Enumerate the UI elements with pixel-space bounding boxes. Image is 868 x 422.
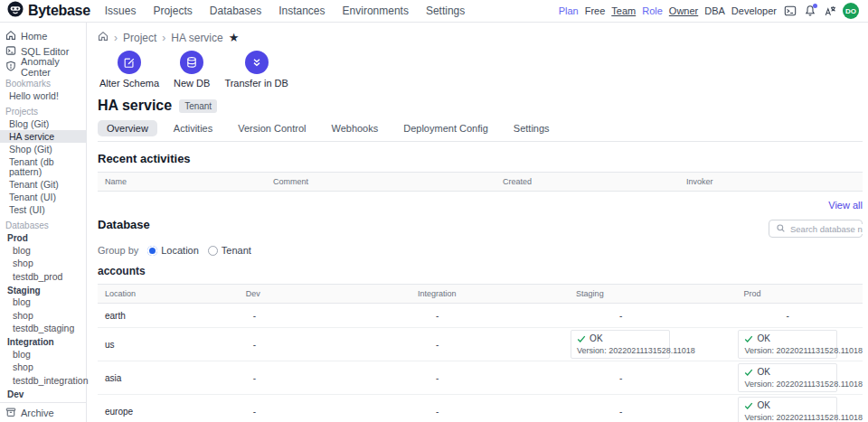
nav-instances[interactable]: Instances <box>278 5 325 17</box>
project-item-tenant-ui[interactable]: Tenant (UI) <box>0 191 86 203</box>
terminal-icon <box>5 45 16 58</box>
user-avatar[interactable]: DO <box>843 3 859 19</box>
tab-deployment-config[interactable]: Deployment Config <box>394 120 497 136</box>
db-status-card[interactable]: OK Version: 20220211131528.11018 <box>738 330 837 359</box>
column-header-integration: Integration <box>410 285 569 303</box>
bookmark-item-hello-world[interactable]: Hello world! <box>0 89 86 102</box>
sidebar-item-home[interactable]: Home <box>0 28 86 43</box>
db-status-card[interactable]: OK Version: 20220211131528.11018 <box>571 330 670 359</box>
group-by-tenant-radio[interactable]: Tenant <box>208 245 251 256</box>
column-header-invoker: Invoker <box>679 173 863 192</box>
tab-overview[interactable]: Overview <box>98 120 157 136</box>
tab-version-control[interactable]: Version Control <box>229 120 315 136</box>
db-item[interactable]: testdb_staging <box>0 323 86 336</box>
role-option-dba[interactable]: DBA <box>704 5 725 16</box>
plan-option-free[interactable]: Free <box>585 5 606 16</box>
db-item[interactable]: testdb_prod <box>0 270 86 284</box>
language-translate-icon[interactable] <box>823 5 836 18</box>
accounts-table: Location Dev Integration Staging Prod ea… <box>98 284 863 422</box>
alter-schema-button[interactable]: Alter Schema <box>99 51 159 89</box>
notification-dot <box>813 4 817 8</box>
sidebar-item-label: Home <box>21 31 47 42</box>
transfer-in-db-button[interactable]: Transfer in DB <box>224 51 288 89</box>
recent-activities-table: Name Comment Created Invoker <box>98 172 863 192</box>
table-row-asia: asia - - - OK Version: 20220211131528.11… <box>98 361 863 395</box>
nav-environments[interactable]: Environments <box>343 5 409 17</box>
archive-label: Archive <box>21 408 54 418</box>
notification-bell-icon[interactable] <box>803 5 816 18</box>
radio-label: Location <box>161 245 199 256</box>
breadcrumb-home-icon[interactable] <box>98 31 108 44</box>
top-bar-right: Plan Free Team Role Owner DBA Developer … <box>559 3 859 19</box>
project-item-blog-git[interactable]: Blog (Git) <box>0 117 86 130</box>
db-item[interactable]: shop <box>0 361 86 375</box>
breadcrumb-separator: › <box>114 32 118 44</box>
project-item-shop-git[interactable]: Shop (Git) <box>0 143 86 155</box>
project-item-tenant-git[interactable]: Tenant (Git) <box>0 178 86 191</box>
sidebar-item-anomaly-center[interactable]: Anomaly Center <box>0 59 86 74</box>
nav-issues[interactable]: Issues <box>105 5 137 17</box>
cell-dev: - <box>239 307 410 324</box>
row-label: europe <box>98 403 239 420</box>
version-text: Version: 20220211131528.11018 <box>744 346 831 355</box>
brand-name: Bytebase <box>28 3 90 19</box>
console-icon[interactable] <box>783 5 797 18</box>
page-title: HA service <box>98 98 172 114</box>
sidebar-item-archive[interactable]: Archive <box>0 402 86 422</box>
db-item[interactable]: shop <box>0 309 86 323</box>
search-input[interactable] <box>790 224 863 234</box>
edit-pencil-icon <box>118 51 141 74</box>
db-status-card[interactable]: OK Version: 20220211131528.11018 <box>738 397 837 422</box>
column-header-prod: Prod <box>736 285 863 303</box>
db-status-card[interactable]: OK Version: 20220211131528.11018 <box>738 363 837 392</box>
accounts-table-header: Location Dev Integration Staging Prod <box>98 284 863 304</box>
project-item-ha-service[interactable]: HA service <box>0 130 86 143</box>
tab-activities[interactable]: Activities <box>165 120 222 136</box>
home-icon <box>5 30 16 42</box>
nav-projects[interactable]: Projects <box>153 5 192 17</box>
role-option-owner[interactable]: Owner <box>669 5 698 16</box>
recent-activities-heading: Recent activities <box>98 152 863 165</box>
view-all-link[interactable]: View all <box>828 200 863 211</box>
tab-webhooks[interactable]: Webhooks <box>322 120 387 136</box>
tab-bar: Overview Activities Version Control Webh… <box>98 120 863 142</box>
db-item[interactable]: blog <box>0 296 86 310</box>
database-search[interactable] <box>769 220 863 238</box>
sidebar-section-databases: Databases <box>0 216 86 231</box>
project-item-test-ui[interactable]: Test (UI) <box>0 203 86 216</box>
cell-integration: - <box>410 403 569 420</box>
db-item[interactable]: shop <box>0 258 86 271</box>
project-item-tenant-db-pattern[interactable]: Tenant (db pattern) <box>0 155 86 178</box>
action-label: New DB <box>174 78 210 89</box>
tab-settings[interactable]: Settings <box>505 120 559 136</box>
nav-settings[interactable]: Settings <box>426 5 465 17</box>
role-option-developer[interactable]: Developer <box>731 5 777 16</box>
breadcrumb-project[interactable]: Project <box>123 32 156 44</box>
breadcrumb-ha-service[interactable]: HA service <box>171 32 222 44</box>
group-by-location-radio[interactable]: Location <box>147 245 199 256</box>
new-db-button[interactable]: New DB <box>174 51 210 89</box>
db-item[interactable]: blog <box>0 348 86 361</box>
cell-dev: - <box>239 403 410 420</box>
cell-integration: - <box>410 336 569 353</box>
column-header-location: Location <box>98 285 239 303</box>
double-chevron-down-icon <box>245 51 269 74</box>
nav-databases[interactable]: Databases <box>210 5 261 17</box>
group-by-controls: Group by Location Tenant <box>98 245 863 256</box>
plan-option-team[interactable]: Team <box>611 5 636 16</box>
favorite-star-icon[interactable]: ★ <box>229 33 240 42</box>
brand[interactable]: Bytebase <box>7 1 90 21</box>
sidebar-section-projects: Projects <box>0 102 86 117</box>
env-group-staging: Staging <box>0 284 86 296</box>
table-row-us: us - - OK Version: 20220211131528.11018 … <box>98 328 863 361</box>
db-item[interactable]: blog <box>0 244 86 258</box>
cell-staging: - <box>569 307 736 324</box>
action-label: Alter Schema <box>99 78 159 89</box>
role-label: Role <box>642 5 663 16</box>
database-icon <box>180 51 203 74</box>
action-label: Transfer in DB <box>224 78 288 89</box>
title-row: HA service Tenant <box>98 98 863 114</box>
cell-staging: - <box>569 370 736 387</box>
db-item[interactable]: testdb_integration <box>0 374 86 388</box>
check-icon <box>577 334 586 343</box>
